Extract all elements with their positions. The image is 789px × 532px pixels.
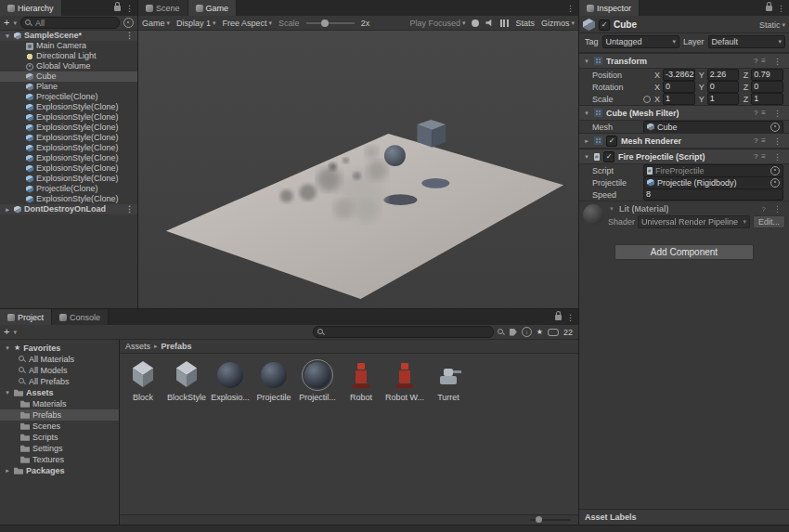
foldout-arrow-icon[interactable]: ▸ <box>4 467 11 474</box>
object-picker-icon[interactable] <box>770 123 780 132</box>
object-picker-icon[interactable] <box>770 178 780 188</box>
foldout-arrow-icon[interactable]: ▸ <box>4 204 11 214</box>
edit-shader-button[interactable]: Edit... <box>753 215 785 228</box>
hierarchy-item[interactable]: Cube ⋮ <box>0 71 137 82</box>
presets-icon[interactable]: ≡ <box>761 57 766 65</box>
play-focused-dropdown[interactable]: Play Focused ▾ <box>409 19 465 28</box>
search-by-type-icon[interactable] <box>498 329 505 336</box>
projectile-object-field[interactable]: Projectile (Rigidbody) <box>643 176 783 189</box>
shader-dropdown[interactable]: Universal Render Pipeline ▾ <box>638 215 750 228</box>
script-object-field[interactable]: FireProjectile <box>643 164 783 177</box>
asset-item[interactable]: Explosio... <box>209 357 252 402</box>
favorites-item[interactable]: All Prefabs <box>0 376 119 387</box>
presets-icon[interactable]: ≡ <box>761 136 766 145</box>
favorites-section[interactable]: ▾ ★ Favorites <box>0 343 119 354</box>
lock-icon[interactable] <box>114 6 121 11</box>
hierarchy-item[interactable]: ExplosionStyle(Clone) ⋮ <box>0 133 137 143</box>
create-asset-button[interactable]: + <box>4 327 9 337</box>
scale-slider[interactable] <box>306 22 355 24</box>
kebab-menu-icon[interactable]: ⋮ <box>770 204 785 214</box>
hierarchy-item[interactable]: ExplosionStyle(Clone) ⋮ <box>0 163 137 174</box>
gameobject-name[interactable]: Cube <box>614 19 756 30</box>
kebab-menu-icon[interactable]: ⋮ <box>122 0 137 16</box>
kebab-menu-icon[interactable]: ⋮ <box>123 204 136 214</box>
foldout-arrow-icon[interactable]: ▾ <box>4 389 11 396</box>
folder-item[interactable]: Textures <box>0 454 119 465</box>
hierarchy-item[interactable]: ExplosionStyle(Clone) ⋮ <box>0 143 137 153</box>
material-preview-sphere[interactable] <box>583 204 603 225</box>
folder-item[interactable]: Scripts <box>0 432 119 443</box>
breadcrumb-current[interactable]: Prefabs <box>162 342 192 351</box>
speed-value-field[interactable]: 8 <box>643 188 783 201</box>
favorite-search-icon[interactable]: ★ <box>537 329 543 336</box>
asset-item[interactable]: Block <box>122 357 164 402</box>
y-value-field[interactable]: 0 <box>707 81 740 93</box>
tab-project[interactable]: Project <box>0 309 52 325</box>
hierarchy-item[interactable]: Projectile(Clone) ⋮ <box>0 92 137 102</box>
lock-icon[interactable] <box>555 315 562 320</box>
thumbnail-zoom-slider[interactable] <box>530 519 571 521</box>
hierarchy-item[interactable]: Directional Light ⋮ <box>0 51 137 61</box>
foldout-arrow-icon[interactable]: ▸ <box>583 137 590 145</box>
x-value-field[interactable]: -3.28621 <box>663 69 695 81</box>
tab-game[interactable]: Game <box>188 0 238 16</box>
assets-section[interactable]: ▾ Assets <box>0 387 119 398</box>
mesh-object-field[interactable]: Cube <box>643 121 783 134</box>
hierarchy-item[interactable]: ExplosionStyle(Clone) ⋮ <box>0 153 137 163</box>
kebab-menu-icon[interactable]: ⋮ <box>773 0 789 16</box>
favorites-item[interactable]: All Materials <box>0 354 119 365</box>
add-component-button[interactable]: Add Component <box>614 244 754 260</box>
tag-dropdown[interactable]: Untagged ▾ <box>602 35 679 48</box>
layer-dropdown[interactable]: Default ▾ <box>708 35 785 48</box>
kebab-menu-icon[interactable]: ⋮ <box>770 109 785 118</box>
kebab-menu-icon[interactable]: ⋮ <box>563 309 578 325</box>
active-checkbox[interactable]: ✓ <box>599 19 610 31</box>
hierarchy-item[interactable]: ▸ DontDestroyOnLoad ⋮ <box>0 204 137 214</box>
mesh-filter-header[interactable]: ▾ Cube (Mesh Filter) ? ≡ ⋮ <box>579 105 789 121</box>
aspect-dropdown[interactable]: Free Aspect ▾ <box>223 19 273 28</box>
hierarchy-item[interactable]: Projectile(Clone) ⋮ <box>0 184 137 194</box>
component-enabled-checkbox[interactable]: ✓ <box>603 151 614 162</box>
scene-picker-icon[interactable] <box>123 18 134 28</box>
lock-icon[interactable] <box>766 6 772 11</box>
stats-button[interactable]: Stats <box>515 19 535 28</box>
scale-link-icon[interactable] <box>643 96 651 103</box>
folder-item[interactable]: Scenes <box>0 421 119 432</box>
foldout-arrow-icon[interactable]: ▾ <box>583 110 590 117</box>
tab-inspector[interactable]: Inspector <box>579 0 640 16</box>
breadcrumb-root[interactable]: Assets <box>125 342 150 351</box>
game-mode-dropdown[interactable]: Game ▾ <box>142 19 170 28</box>
help-icon[interactable]: ? <box>754 57 757 65</box>
hierarchy-item[interactable]: Main Camera ⋮ <box>0 41 137 51</box>
transform-header[interactable]: ▾ Transform ? ≡ ⋮ <box>579 53 789 69</box>
x-value-field[interactable]: 1 <box>663 93 695 105</box>
scale-slider-knob[interactable] <box>321 19 329 27</box>
search-by-label-icon[interactable] <box>510 329 517 336</box>
tab-scene[interactable]: Scene <box>138 0 188 16</box>
z-value-field[interactable]: 0 <box>751 81 783 93</box>
project-search-input[interactable] <box>313 326 494 338</box>
object-picker-icon[interactable] <box>770 166 780 175</box>
kebab-menu-icon[interactable]: ⋮ <box>563 0 578 16</box>
z-value-field[interactable]: 1 <box>751 93 783 105</box>
static-dropdown[interactable]: Static ▾ <box>759 20 785 30</box>
hierarchy-item[interactable]: Global Volume ⋮ <box>0 61 137 71</box>
mesh-renderer-header[interactable]: ▸ ✓ Mesh Renderer ? ≡ ⋮ <box>579 133 789 149</box>
kebab-menu-icon[interactable]: ⋮ <box>770 152 785 162</box>
help-icon[interactable]: ? <box>754 109 757 117</box>
hierarchy-item[interactable]: ▾ SampleScene* ⋮ <box>0 31 137 41</box>
hierarchy-search-input[interactable]: All <box>20 17 120 29</box>
asset-item[interactable]: Projectile <box>252 357 295 402</box>
folder-item[interactable]: Materials <box>0 398 119 409</box>
help-icon[interactable]: ? <box>754 136 757 145</box>
asset-item[interactable]: Projectil... <box>296 357 339 402</box>
help-icon[interactable]: ? <box>754 152 757 161</box>
foldout-arrow-icon[interactable]: ▾ <box>4 344 11 352</box>
gizmos-dropdown[interactable]: Gizmos ▾ <box>541 19 575 28</box>
fire-projectile-header[interactable]: ▾ ✓ Fire Projectile (Script) ? ≡ ⋮ <box>579 149 789 164</box>
display-dropdown[interactable]: Display 1 ▾ <box>176 19 216 28</box>
tab-hierarchy[interactable]: Hierarchy <box>0 0 62 16</box>
y-value-field[interactable]: 2.26 <box>707 69 740 81</box>
z-value-field[interactable]: 0.79 <box>751 69 783 81</box>
zoom-slider-knob[interactable] <box>536 516 542 523</box>
